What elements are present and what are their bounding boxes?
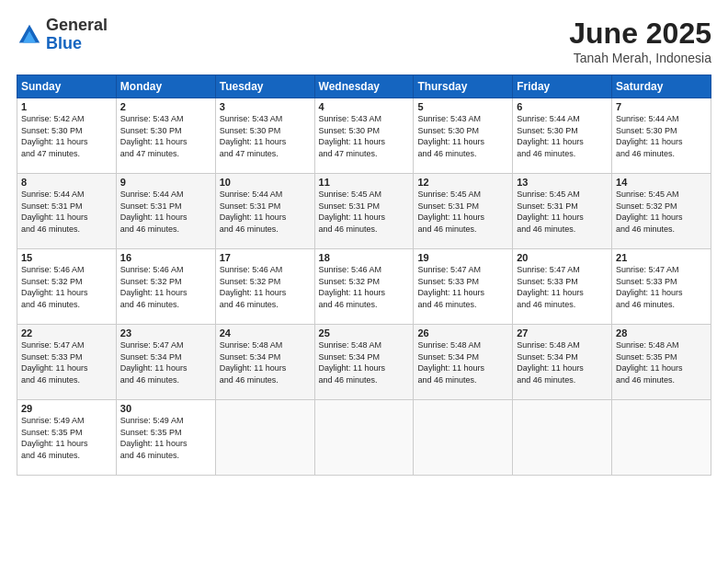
day-info: Sunrise: 5:45 AM Sunset: 5:31 PM Dayligh…: [517, 189, 608, 235]
day-number: 16: [120, 252, 211, 263]
header: General Blue June 2025 Tanah Merah, Indo…: [17, 17, 711, 65]
day-number: 26: [417, 327, 508, 339]
calendar-body: 1Sunrise: 5:42 AM Sunset: 5:30 PM Daylig…: [17, 98, 711, 476]
day-number: 1: [21, 101, 112, 112]
location: Tanah Merah, Indonesia: [569, 51, 711, 65]
calendar-cell: [513, 400, 612, 476]
day-info: Sunrise: 5:48 AM Sunset: 5:34 PM Dayligh…: [517, 339, 608, 385]
calendar-week-row: 29Sunrise: 5:49 AM Sunset: 5:35 PM Dayli…: [17, 400, 711, 476]
calendar-cell: 25Sunrise: 5:48 AM Sunset: 5:34 PM Dayli…: [314, 325, 414, 400]
day-number: 13: [517, 177, 608, 188]
weekday-header: Friday: [513, 75, 612, 98]
day-info: Sunrise: 5:46 AM Sunset: 5:32 PM Dayligh…: [220, 264, 311, 310]
day-info: Sunrise: 5:47 AM Sunset: 5:33 PM Dayligh…: [417, 264, 508, 310]
calendar-week-row: 1Sunrise: 5:42 AM Sunset: 5:30 PM Daylig…: [17, 98, 711, 174]
day-number: 4: [319, 101, 410, 112]
day-number: 10: [220, 177, 311, 188]
day-number: 29: [21, 403, 112, 414]
day-info: Sunrise: 5:43 AM Sunset: 5:30 PM Dayligh…: [220, 113, 311, 159]
calendar-cell: 28Sunrise: 5:48 AM Sunset: 5:35 PM Dayli…: [612, 325, 711, 400]
day-info: Sunrise: 5:46 AM Sunset: 5:32 PM Dayligh…: [21, 264, 112, 310]
day-info: Sunrise: 5:49 AM Sunset: 5:35 PM Dayligh…: [120, 415, 211, 461]
day-info: Sunrise: 5:44 AM Sunset: 5:30 PM Dayligh…: [616, 113, 707, 159]
calendar-cell: 9Sunrise: 5:44 AM Sunset: 5:31 PM Daylig…: [116, 174, 215, 249]
day-number: 5: [417, 101, 508, 112]
calendar-cell: 8Sunrise: 5:44 AM Sunset: 5:31 PM Daylig…: [17, 174, 117, 249]
day-info: Sunrise: 5:47 AM Sunset: 5:33 PM Dayligh…: [21, 339, 112, 385]
calendar-cell: 10Sunrise: 5:44 AM Sunset: 5:31 PM Dayli…: [215, 174, 314, 249]
weekday-header: Saturday: [612, 75, 711, 98]
calendar-cell: 16Sunrise: 5:46 AM Sunset: 5:32 PM Dayli…: [116, 249, 215, 325]
day-number: 14: [616, 177, 707, 188]
day-number: 6: [517, 101, 608, 112]
weekday-header: Monday: [116, 75, 215, 98]
day-number: 11: [319, 177, 410, 188]
calendar: SundayMondayTuesdayWednesdayThursdayFrid…: [17, 75, 711, 476]
calendar-cell: 21Sunrise: 5:47 AM Sunset: 5:33 PM Dayli…: [612, 249, 711, 325]
day-number: 15: [21, 252, 112, 263]
month-title: June 2025: [569, 17, 711, 51]
day-number: 25: [319, 327, 410, 339]
day-info: Sunrise: 5:48 AM Sunset: 5:34 PM Dayligh…: [319, 339, 410, 385]
calendar-cell: 7Sunrise: 5:44 AM Sunset: 5:30 PM Daylig…: [612, 98, 711, 174]
day-info: Sunrise: 5:48 AM Sunset: 5:35 PM Dayligh…: [616, 339, 707, 385]
day-info: Sunrise: 5:42 AM Sunset: 5:30 PM Dayligh…: [21, 113, 112, 159]
day-number: 8: [21, 177, 112, 188]
day-number: 30: [120, 403, 211, 414]
calendar-week-row: 22Sunrise: 5:47 AM Sunset: 5:33 PM Dayli…: [17, 325, 711, 400]
day-info: Sunrise: 5:45 AM Sunset: 5:32 PM Dayligh…: [616, 189, 707, 235]
calendar-cell: 12Sunrise: 5:45 AM Sunset: 5:31 PM Dayli…: [414, 174, 513, 249]
logo: General Blue: [17, 17, 108, 53]
day-info: Sunrise: 5:47 AM Sunset: 5:33 PM Dayligh…: [517, 264, 608, 310]
calendar-cell: 23Sunrise: 5:47 AM Sunset: 5:34 PM Dayli…: [116, 325, 215, 400]
logo-general: General: [46, 16, 108, 34]
calendar-cell: 26Sunrise: 5:48 AM Sunset: 5:34 PM Dayli…: [414, 325, 513, 400]
calendar-cell: 30Sunrise: 5:49 AM Sunset: 5:35 PM Dayli…: [116, 400, 215, 476]
page: General Blue June 2025 Tanah Merah, Indo…: [0, 0, 728, 563]
calendar-cell: [612, 400, 711, 476]
calendar-cell: 2Sunrise: 5:43 AM Sunset: 5:30 PM Daylig…: [116, 98, 215, 174]
day-info: Sunrise: 5:44 AM Sunset: 5:31 PM Dayligh…: [220, 189, 311, 235]
calendar-cell: [215, 400, 314, 476]
calendar-cell: 5Sunrise: 5:43 AM Sunset: 5:30 PM Daylig…: [414, 98, 513, 174]
logo-icon: [17, 22, 42, 48]
day-info: Sunrise: 5:45 AM Sunset: 5:31 PM Dayligh…: [319, 189, 410, 235]
calendar-week-row: 8Sunrise: 5:44 AM Sunset: 5:31 PM Daylig…: [17, 174, 711, 249]
day-info: Sunrise: 5:43 AM Sunset: 5:30 PM Dayligh…: [319, 113, 410, 159]
weekday-header: Thursday: [414, 75, 513, 98]
day-number: 28: [616, 327, 707, 339]
calendar-cell: 14Sunrise: 5:45 AM Sunset: 5:32 PM Dayli…: [612, 174, 711, 249]
day-info: Sunrise: 5:49 AM Sunset: 5:35 PM Dayligh…: [21, 415, 112, 461]
calendar-cell: 27Sunrise: 5:48 AM Sunset: 5:34 PM Dayli…: [513, 325, 612, 400]
calendar-cell: 22Sunrise: 5:47 AM Sunset: 5:33 PM Dayli…: [17, 325, 117, 400]
calendar-header-row: SundayMondayTuesdayWednesdayThursdayFrid…: [17, 75, 711, 98]
day-number: 3: [220, 101, 311, 112]
calendar-week-row: 15Sunrise: 5:46 AM Sunset: 5:32 PM Dayli…: [17, 249, 711, 325]
day-number: 12: [417, 177, 508, 188]
calendar-cell: 1Sunrise: 5:42 AM Sunset: 5:30 PM Daylig…: [17, 98, 117, 174]
calendar-cell: 19Sunrise: 5:47 AM Sunset: 5:33 PM Dayli…: [414, 249, 513, 325]
day-info: Sunrise: 5:48 AM Sunset: 5:34 PM Dayligh…: [417, 339, 508, 385]
day-info: Sunrise: 5:48 AM Sunset: 5:34 PM Dayligh…: [220, 339, 311, 385]
day-number: 17: [220, 252, 311, 263]
day-number: 7: [616, 101, 707, 112]
calendar-cell: 20Sunrise: 5:47 AM Sunset: 5:33 PM Dayli…: [513, 249, 612, 325]
calendar-cell: 6Sunrise: 5:44 AM Sunset: 5:30 PM Daylig…: [513, 98, 612, 174]
calendar-cell: 18Sunrise: 5:46 AM Sunset: 5:32 PM Dayli…: [314, 249, 414, 325]
day-number: 2: [120, 101, 211, 112]
calendar-cell: 24Sunrise: 5:48 AM Sunset: 5:34 PM Dayli…: [215, 325, 314, 400]
day-number: 18: [319, 252, 410, 263]
calendar-cell: 3Sunrise: 5:43 AM Sunset: 5:30 PM Daylig…: [215, 98, 314, 174]
calendar-cell: 13Sunrise: 5:45 AM Sunset: 5:31 PM Dayli…: [513, 174, 612, 249]
calendar-cell: 15Sunrise: 5:46 AM Sunset: 5:32 PM Dayli…: [17, 249, 117, 325]
day-info: Sunrise: 5:43 AM Sunset: 5:30 PM Dayligh…: [417, 113, 508, 159]
calendar-cell: 11Sunrise: 5:45 AM Sunset: 5:31 PM Dayli…: [314, 174, 414, 249]
calendar-cell: 29Sunrise: 5:49 AM Sunset: 5:35 PM Dayli…: [17, 400, 117, 476]
day-number: 9: [120, 177, 211, 188]
day-info: Sunrise: 5:47 AM Sunset: 5:34 PM Dayligh…: [120, 339, 211, 385]
weekday-header: Tuesday: [215, 75, 314, 98]
day-number: 27: [517, 327, 608, 339]
day-info: Sunrise: 5:46 AM Sunset: 5:32 PM Dayligh…: [319, 264, 410, 310]
logo-text: General Blue: [46, 17, 108, 53]
calendar-cell: 4Sunrise: 5:43 AM Sunset: 5:30 PM Daylig…: [314, 98, 414, 174]
